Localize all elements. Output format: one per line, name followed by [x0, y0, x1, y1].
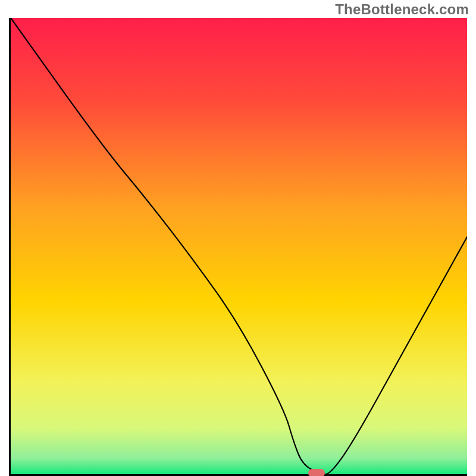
plot-area	[9, 18, 467, 476]
optimal-marker	[308, 469, 325, 476]
chart-frame: TheBottleneck.com	[0, 0, 476, 476]
bottleneck-curve	[11, 18, 467, 474]
watermark-text: TheBottleneck.com	[335, 1, 469, 18]
